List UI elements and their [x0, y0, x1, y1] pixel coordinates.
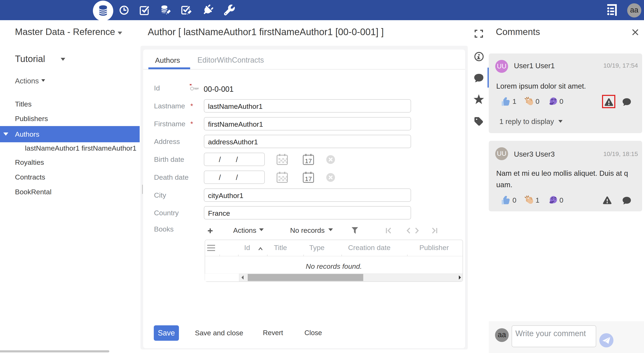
- svg-text:*: *: [190, 84, 192, 89]
